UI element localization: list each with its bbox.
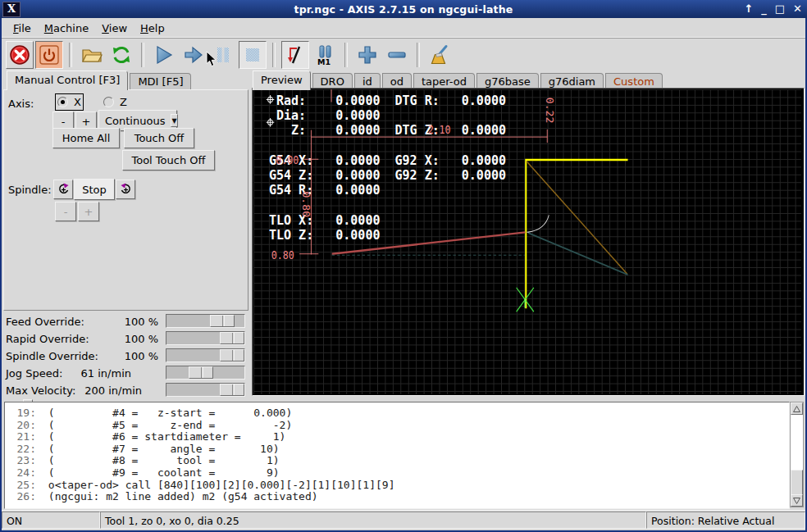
titlebar[interactable]: X tpr.ngc - AXIS 2.7.15 on ngcgui-lathe …: [0, 0, 807, 18]
touch-off-button[interactable]: Touch Off: [124, 128, 194, 148]
backplot-canvas[interactable]: Rad: 0.0000 DTG R: 0.0000 Dia: 0.0000 Z:…: [253, 89, 801, 394]
gcode-line[interactable]: 22: ( #7 = angle = 10): [5, 443, 394, 456]
toolbar-separator: [417, 43, 420, 67]
minimize-button[interactable]: _: [761, 0, 767, 18]
tab-mdi-f5[interactable]: MDI [F5]: [130, 73, 191, 90]
tab-preview[interactable]: Preview: [253, 70, 311, 90]
axis-radio-z[interactable]: Z: [103, 96, 127, 108]
stop-icon: [242, 44, 263, 66]
spindle-stop-button[interactable]: Stop: [74, 179, 115, 200]
optional-stop-button[interactable]: M1: [311, 41, 339, 69]
clear-plot-button[interactable]: [426, 41, 454, 69]
slider-max-velocity[interactable]: [166, 383, 245, 397]
jog-increment-value: Continuous: [105, 115, 165, 127]
window-title: tpr.ngc - AXIS 2.7.15 on ngcgui-lathe: [0, 3, 807, 16]
slider-handle[interactable]: [220, 332, 244, 344]
spindle-minus-button[interactable]: -: [55, 202, 76, 221]
tool-touch-off-button[interactable]: Tool Touch Off: [122, 150, 215, 171]
run-button[interactable]: [150, 41, 178, 69]
arrow-down-icon: [793, 498, 800, 504]
position-mode-cell: Position: Relative Actual: [646, 512, 805, 529]
slider-feed-override[interactable]: [166, 314, 245, 328]
gcode-line[interactable]: 21: ( #6 = startdiameter = 1): [5, 431, 394, 443]
arrow-up-icon: [793, 406, 800, 412]
step-icon: [183, 44, 204, 66]
tab-manual-control-f3[interactable]: Manual Control [F3]: [7, 70, 128, 90]
slider-handle[interactable]: [220, 384, 244, 396]
gcode-line[interactable]: 20: ( #5 = z-end = -2): [5, 420, 394, 432]
menu-help[interactable]: Help: [134, 18, 171, 39]
scrollbar-thumb[interactable]: [791, 470, 803, 496]
dim-z-zero: 0.00: [276, 153, 299, 166]
menu-file[interactable]: File: [7, 18, 38, 39]
maximize-button[interactable]: □: [775, 0, 785, 18]
open-file-button[interactable]: [78, 41, 106, 69]
axis-window: X tpr.ngc - AXIS 2.7.15 on ngcgui-lathe …: [0, 0, 807, 532]
gcode-line[interactable]: 23: ( #8 = tool = 1): [5, 455, 394, 467]
spindle-plus-button[interactable]: +: [78, 202, 99, 221]
slider-spindle-override[interactable]: [166, 348, 245, 362]
skip-lines-button[interactable]: [281, 41, 309, 69]
window-controls: ↑_□✕: [744, 0, 802, 18]
axis-radio-x[interactable]: X: [57, 96, 81, 108]
gcode-scrollbar[interactable]: [790, 402, 804, 507]
manual-control-panel: Manual Control [F3]MDI [F5] Axis: XZ - +…: [2, 70, 250, 399]
radio-circle: [57, 97, 68, 107]
slider-rapid-override[interactable]: [166, 331, 245, 345]
toolpath-drawing: 2.10 0.22 0.00 0.80 0.80: [253, 89, 801, 394]
machine-power-button[interactable]: [35, 41, 63, 69]
svg-text:M1: M1: [317, 57, 331, 66]
scroll-up-button[interactable]: [791, 402, 803, 415]
zoom-in-button[interactable]: [353, 41, 381, 69]
feed-path-crimson: [332, 232, 526, 253]
dim-x-height: 0.80: [300, 191, 312, 217]
gcode-line[interactable]: 19: ( #4 = z-start = 0.000): [5, 407, 394, 420]
override-label-max-velocity: Max Velocity:: [6, 384, 75, 397]
gcode-line[interactable]: 25: o<taper-od> call [840][100][2][0.000…: [5, 480, 394, 492]
menubar: FileMachineViewHelp: [2, 18, 805, 39]
gcode-line[interactable]: 26: (ngcgui: m2 line added) m2 (g54 acti…: [5, 491, 394, 503]
toolbar-separator: [141, 43, 144, 67]
window-icon: X: [2, 2, 21, 17]
gcode-line[interactable]: 24: ( #9 = coolant = 9): [5, 467, 394, 480]
dimension-lines: [299, 89, 547, 255]
shade-button[interactable]: ↑: [744, 0, 753, 18]
spindle-ccw-icon: [57, 183, 71, 197]
estop-button[interactable]: [6, 41, 34, 69]
dim-x-right: 0.22: [544, 98, 555, 124]
spindle-cw-button[interactable]: [116, 180, 135, 199]
zoom-out-button[interactable]: [383, 41, 411, 69]
reload-button[interactable]: [107, 41, 135, 69]
scroll-down-button[interactable]: [791, 494, 803, 507]
statusbar: ON Tool 1, zo 0, xo 0, dia 0.25 Position…: [2, 510, 805, 530]
spindle-label: Spindle:: [8, 184, 52, 196]
override-value-feed-override: 100 %: [125, 316, 158, 328]
pause-button[interactable]: [209, 41, 237, 69]
close-button[interactable]: ✕: [793, 0, 802, 18]
spindle-ccw-button[interactable]: [53, 180, 73, 199]
radio-label: Z: [120, 96, 127, 108]
machine-state-cell: ON: [2, 512, 100, 529]
gcode-listing[interactable]: 19: ( #4 = z-start = 0.000)20: ( #5 = z-…: [4, 402, 790, 509]
stop-button[interactable]: [239, 41, 267, 69]
dim-x-bottom: 0.80: [271, 248, 294, 261]
menu-view[interactable]: View: [95, 18, 134, 39]
slider-handle[interactable]: [189, 366, 213, 379]
override-value-jog-speed: 61 in/min: [81, 367, 131, 380]
home-all-button[interactable]: Home All: [52, 128, 120, 148]
slider-jog-speed[interactable]: [166, 366, 245, 380]
menu-machine[interactable]: Machine: [38, 18, 95, 39]
zoom-out-icon: [386, 44, 408, 66]
gcode-pane: 19: ( #4 = z-start = 0.000)20: ( #5 = z-…: [2, 399, 805, 510]
chevron-down-icon: ▼: [171, 114, 177, 127]
preview-panel: PreviewDROidodtaper-odg76baseg76diamCust…: [250, 70, 805, 399]
feed-path-orange: [527, 161, 627, 275]
slider-handle[interactable]: [220, 349, 244, 361]
slider-handle[interactable]: [210, 315, 235, 327]
step-button[interactable]: [180, 41, 207, 69]
left-tab-bar: Manual Control [F3]MDI [F5]: [7, 72, 193, 90]
estop-icon: [9, 44, 30, 66]
skip-lines-icon: [285, 44, 306, 66]
override-label-spindle-override: Spindle Override:: [6, 350, 98, 362]
preview-frame: Rad: 0.0000 DTG R: 0.0000 Dia: 0.0000 Z:…: [252, 88, 805, 396]
